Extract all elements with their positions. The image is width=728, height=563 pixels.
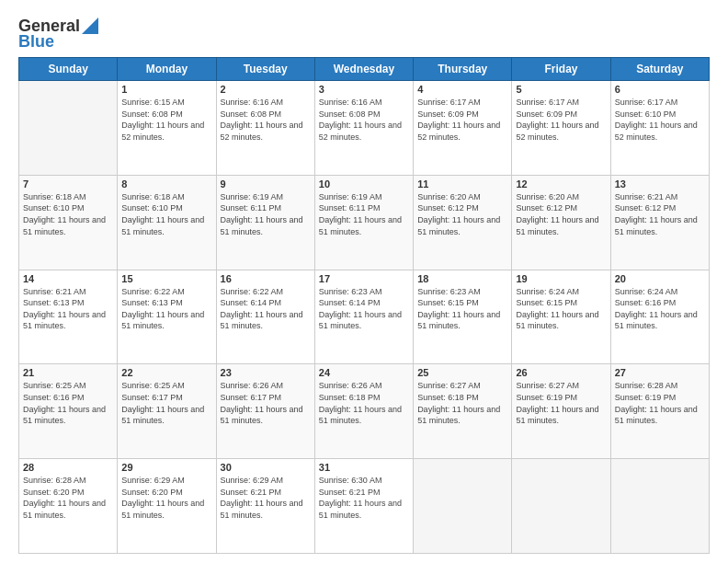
day-number: 15 xyxy=(121,273,211,284)
day-number: 27 xyxy=(615,367,705,378)
day-info: Sunrise: 6:17 AMSunset: 6:09 PMDaylight:… xyxy=(516,97,606,143)
day-number: 29 xyxy=(121,462,211,473)
day-info: Sunrise: 6:16 AMSunset: 6:08 PMDaylight:… xyxy=(319,97,409,143)
weekday-header-saturday: Saturday xyxy=(610,58,709,81)
day-info: Sunrise: 6:20 AMSunset: 6:12 PMDaylight:… xyxy=(516,191,606,237)
day-info: Sunrise: 6:27 AMSunset: 6:18 PMDaylight:… xyxy=(417,380,507,426)
weekday-header-monday: Monday xyxy=(118,58,216,81)
weekday-header-thursday: Thursday xyxy=(414,58,512,81)
day-info: Sunrise: 6:28 AMSunset: 6:19 PMDaylight:… xyxy=(615,380,705,426)
logo: General Blue xyxy=(18,17,98,52)
day-number: 10 xyxy=(319,178,409,190)
day-number: 2 xyxy=(221,84,311,95)
day-info: Sunrise: 6:23 AMSunset: 6:14 PMDaylight:… xyxy=(319,286,409,332)
calendar-cell: 24Sunrise: 6:26 AMSunset: 6:18 PMDayligh… xyxy=(314,364,413,459)
weekday-header-friday: Friday xyxy=(512,58,610,81)
calendar-cell: 21Sunrise: 6:25 AMSunset: 6:16 PMDayligh… xyxy=(19,364,118,459)
svg-marker-0 xyxy=(82,17,98,34)
day-number: 19 xyxy=(516,273,606,284)
header: General Blue xyxy=(18,17,710,52)
calendar-cell: 1Sunrise: 6:15 AMSunset: 6:08 PMDaylight… xyxy=(118,81,216,176)
calendar-cell: 17Sunrise: 6:23 AMSunset: 6:14 PMDayligh… xyxy=(314,270,413,364)
day-info: Sunrise: 6:21 AMSunset: 6:13 PMDaylight:… xyxy=(23,286,113,332)
day-info: Sunrise: 6:19 AMSunset: 6:11 PMDaylight:… xyxy=(319,191,409,237)
day-info: Sunrise: 6:22 AMSunset: 6:13 PMDaylight:… xyxy=(121,286,211,332)
logo-blue-text: Blue xyxy=(18,32,54,52)
calendar-cell xyxy=(414,459,512,554)
day-number: 13 xyxy=(615,178,705,190)
day-number: 8 xyxy=(121,178,211,190)
calendar-cell: 4Sunrise: 6:17 AMSunset: 6:09 PMDaylight… xyxy=(414,81,512,176)
day-number: 6 xyxy=(615,84,705,95)
day-info: Sunrise: 6:27 AMSunset: 6:19 PMDaylight:… xyxy=(516,380,606,426)
calendar-cell: 6Sunrise: 6:17 AMSunset: 6:10 PMDaylight… xyxy=(610,81,709,176)
day-info: Sunrise: 6:17 AMSunset: 6:09 PMDaylight:… xyxy=(417,97,507,143)
calendar-cell: 13Sunrise: 6:21 AMSunset: 6:12 PMDayligh… xyxy=(610,175,709,270)
weekday-header-sunday: Sunday xyxy=(19,58,118,81)
calendar-cell: 8Sunrise: 6:18 AMSunset: 6:10 PMDaylight… xyxy=(118,175,216,270)
day-info: Sunrise: 6:19 AMSunset: 6:11 PMDaylight:… xyxy=(221,191,311,237)
weekday-header-wednesday: Wednesday xyxy=(314,58,413,81)
calendar-cell: 23Sunrise: 6:26 AMSunset: 6:17 PMDayligh… xyxy=(216,364,314,459)
day-number: 25 xyxy=(417,367,507,378)
day-info: Sunrise: 6:26 AMSunset: 6:18 PMDaylight:… xyxy=(319,380,409,426)
week-row-2: 7Sunrise: 6:18 AMSunset: 6:10 PMDaylight… xyxy=(19,175,710,270)
week-row-3: 14Sunrise: 6:21 AMSunset: 6:13 PMDayligh… xyxy=(19,270,710,364)
week-row-5: 28Sunrise: 6:28 AMSunset: 6:20 PMDayligh… xyxy=(19,459,710,554)
calendar-cell: 16Sunrise: 6:22 AMSunset: 6:14 PMDayligh… xyxy=(216,270,314,364)
calendar-cell xyxy=(610,459,709,554)
day-info: Sunrise: 6:20 AMSunset: 6:12 PMDaylight:… xyxy=(417,191,507,237)
day-number: 20 xyxy=(615,273,705,284)
day-info: Sunrise: 6:16 AMSunset: 6:08 PMDaylight:… xyxy=(221,97,311,143)
day-number: 16 xyxy=(221,273,311,284)
calendar-cell xyxy=(19,81,118,176)
day-info: Sunrise: 6:25 AMSunset: 6:16 PMDaylight:… xyxy=(23,380,113,426)
calendar-cell: 27Sunrise: 6:28 AMSunset: 6:19 PMDayligh… xyxy=(610,364,709,459)
calendar-cell: 22Sunrise: 6:25 AMSunset: 6:17 PMDayligh… xyxy=(118,364,216,459)
weekday-header-tuesday: Tuesday xyxy=(216,58,314,81)
day-info: Sunrise: 6:24 AMSunset: 6:15 PMDaylight:… xyxy=(516,286,606,332)
day-info: Sunrise: 6:21 AMSunset: 6:12 PMDaylight:… xyxy=(615,191,705,237)
day-number: 9 xyxy=(221,178,311,190)
day-info: Sunrise: 6:28 AMSunset: 6:20 PMDaylight:… xyxy=(23,475,113,521)
calendar-cell: 19Sunrise: 6:24 AMSunset: 6:15 PMDayligh… xyxy=(512,270,610,364)
week-row-4: 21Sunrise: 6:25 AMSunset: 6:16 PMDayligh… xyxy=(19,364,710,459)
calendar-cell: 2Sunrise: 6:16 AMSunset: 6:08 PMDaylight… xyxy=(216,81,314,176)
day-info: Sunrise: 6:18 AMSunset: 6:10 PMDaylight:… xyxy=(121,191,211,237)
day-info: Sunrise: 6:22 AMSunset: 6:14 PMDaylight:… xyxy=(221,286,311,332)
calendar-cell: 25Sunrise: 6:27 AMSunset: 6:18 PMDayligh… xyxy=(414,364,512,459)
day-number: 18 xyxy=(417,273,507,284)
day-number: 11 xyxy=(417,178,507,190)
logo-icon xyxy=(82,17,98,34)
day-number: 31 xyxy=(319,462,409,473)
day-number: 26 xyxy=(516,367,606,378)
calendar-cell: 28Sunrise: 6:28 AMSunset: 6:20 PMDayligh… xyxy=(19,459,118,554)
day-number: 12 xyxy=(516,178,606,190)
day-info: Sunrise: 6:25 AMSunset: 6:17 PMDaylight:… xyxy=(121,380,211,426)
day-info: Sunrise: 6:23 AMSunset: 6:15 PMDaylight:… xyxy=(417,286,507,332)
day-info: Sunrise: 6:15 AMSunset: 6:08 PMDaylight:… xyxy=(121,97,211,143)
day-number: 23 xyxy=(221,367,311,378)
day-info: Sunrise: 6:26 AMSunset: 6:17 PMDaylight:… xyxy=(221,380,311,426)
calendar-cell: 15Sunrise: 6:22 AMSunset: 6:13 PMDayligh… xyxy=(118,270,216,364)
calendar-cell: 29Sunrise: 6:29 AMSunset: 6:20 PMDayligh… xyxy=(118,459,216,554)
calendar-cell: 7Sunrise: 6:18 AMSunset: 6:10 PMDaylight… xyxy=(19,175,118,270)
calendar-cell: 18Sunrise: 6:23 AMSunset: 6:15 PMDayligh… xyxy=(414,270,512,364)
calendar-cell: 20Sunrise: 6:24 AMSunset: 6:16 PMDayligh… xyxy=(610,270,709,364)
day-number: 5 xyxy=(516,84,606,95)
page: General Blue SundayMondayTuesdayWednesda… xyxy=(0,0,728,563)
calendar-cell: 9Sunrise: 6:19 AMSunset: 6:11 PMDaylight… xyxy=(216,175,314,270)
calendar-cell: 12Sunrise: 6:20 AMSunset: 6:12 PMDayligh… xyxy=(512,175,610,270)
day-info: Sunrise: 6:24 AMSunset: 6:16 PMDaylight:… xyxy=(615,286,705,332)
day-info: Sunrise: 6:29 AMSunset: 6:21 PMDaylight:… xyxy=(221,475,311,521)
calendar-cell: 11Sunrise: 6:20 AMSunset: 6:12 PMDayligh… xyxy=(414,175,512,270)
calendar-cell: 14Sunrise: 6:21 AMSunset: 6:13 PMDayligh… xyxy=(19,270,118,364)
day-number: 28 xyxy=(23,462,113,473)
day-info: Sunrise: 6:18 AMSunset: 6:10 PMDaylight:… xyxy=(23,191,113,237)
day-info: Sunrise: 6:30 AMSunset: 6:21 PMDaylight:… xyxy=(319,475,409,521)
calendar-table: SundayMondayTuesdayWednesdayThursdayFrid… xyxy=(18,57,710,554)
day-number: 17 xyxy=(319,273,409,284)
calendar-cell: 30Sunrise: 6:29 AMSunset: 6:21 PMDayligh… xyxy=(216,459,314,554)
weekday-header-row: SundayMondayTuesdayWednesdayThursdayFrid… xyxy=(19,58,710,81)
day-info: Sunrise: 6:29 AMSunset: 6:20 PMDaylight:… xyxy=(121,475,211,521)
